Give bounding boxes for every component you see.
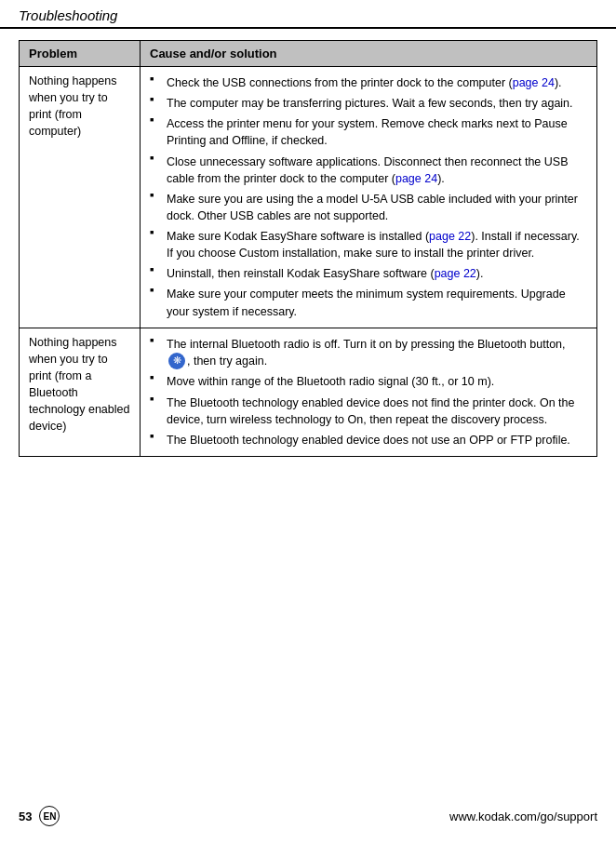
link-page24-1: page 24 xyxy=(513,76,555,89)
list-item: Check the USB connections from the print… xyxy=(150,73,587,93)
solution-list-1: Check the USB connections from the print… xyxy=(150,73,587,322)
link-page24-2: page 24 xyxy=(395,172,437,185)
list-item: The Bluetooth technology enabled device … xyxy=(150,430,587,450)
link-page22-2: page 22 xyxy=(435,267,476,280)
page-header: Troubleshooting xyxy=(0,0,616,29)
list-item: The computer may be transferring picture… xyxy=(150,93,587,114)
list-item: Uninstall, then reinstall Kodak EasyShar… xyxy=(150,263,587,284)
list-item: Move within range of the Bluetooth radio… xyxy=(150,371,587,392)
list-item: Close unnecessary software applications.… xyxy=(150,152,587,189)
troubleshoot-table: Problem Cause and/or solution Nothing ha… xyxy=(19,40,597,457)
list-item: Make sure Kodak EasyShare software is in… xyxy=(150,226,587,263)
table-row: Nothing happens when you try to print (f… xyxy=(20,328,597,456)
col2-header: Cause and/or solution xyxy=(141,41,597,67)
content-area: Problem Cause and/or solution Nothing ha… xyxy=(0,40,616,457)
solution-cell-1: Check the USB connections from the print… xyxy=(141,67,597,328)
footer-url: www.kodak.com/go/support xyxy=(449,810,597,823)
list-item: The Bluetooth technology enabled device … xyxy=(150,393,587,430)
problem-cell-1: Nothing happens when you try to print (f… xyxy=(20,67,141,328)
solution-list-2: The internal Bluetooth radio is off. Tur… xyxy=(150,334,587,450)
table-row: Nothing happens when you try to print (f… xyxy=(20,67,597,328)
bluetooth-icon xyxy=(168,353,185,369)
problem-cell-2: Nothing happens when you try to print (f… xyxy=(20,328,141,456)
link-page22-1: page 22 xyxy=(429,230,471,243)
list-item: Make sure you are using the a model U-5A… xyxy=(150,189,587,226)
page-title: Troubleshooting xyxy=(19,7,117,23)
lang-badge: EN xyxy=(39,806,60,826)
solution-cell-2: The internal Bluetooth radio is off. Tur… xyxy=(141,328,597,456)
col1-header: Problem xyxy=(20,41,141,67)
page-footer: 53 EN www.kodak.com/go/support xyxy=(0,806,616,826)
list-item: Make sure your computer meets the minimu… xyxy=(150,284,587,321)
list-item: The internal Bluetooth radio is off. Tur… xyxy=(150,334,587,372)
page-number: 53 xyxy=(19,810,32,823)
list-item: Access the printer menu for your system.… xyxy=(150,114,587,151)
